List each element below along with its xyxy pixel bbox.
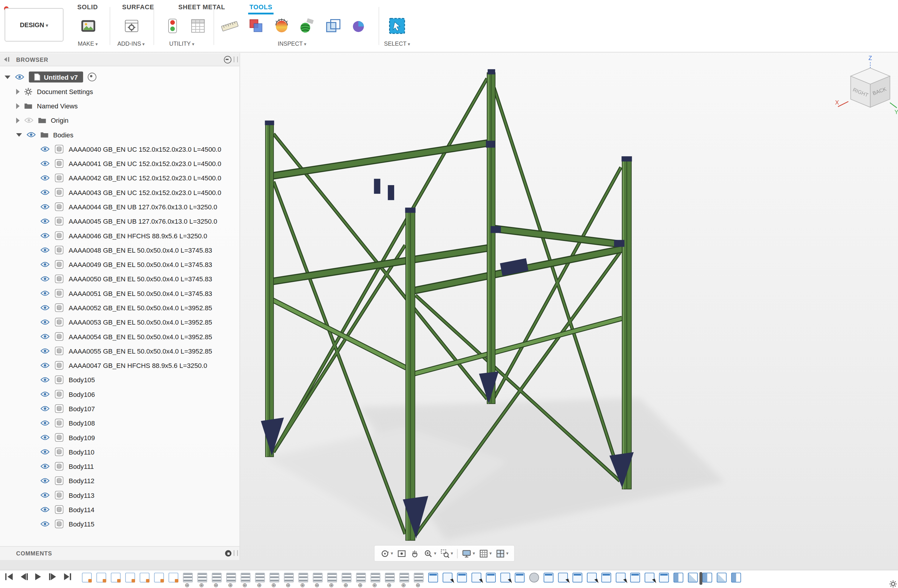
timeline-feature-icon[interactable] (457, 573, 467, 583)
browser-drag-grip[interactable] (234, 57, 238, 62)
body-row[interactable]: AAAA0043 GB_EN UC 152.0x152.0x23.0 L=450… (0, 185, 239, 200)
body-row[interactable]: AAAA0048 GB_EN EL 50.0x50.0x4.0 L=3745.8… (0, 243, 239, 257)
timeline-feature-icon[interactable] (616, 573, 626, 583)
body-row[interactable]: Body108 (0, 416, 239, 430)
timeline-feature-icon[interactable] (183, 573, 193, 583)
body-row[interactable]: AAAA0044 GB_EN UB 127.0x76.0x13.0 L=3250… (0, 200, 239, 214)
timeline-feature-icon[interactable] (443, 573, 452, 583)
section-analysis-button[interactable] (324, 16, 342, 36)
activate-component-radio[interactable] (88, 72, 96, 81)
body-row[interactable]: Body107 (0, 401, 239, 416)
timeline-feature-icon[interactable] (587, 573, 597, 583)
visibility-eye-icon[interactable] (40, 521, 49, 527)
tree-root-row[interactable]: Untitled v7 (0, 70, 239, 84)
measure-button[interactable] (221, 16, 239, 36)
visibility-eye-icon[interactable] (40, 463, 49, 470)
timeline-feature-icon[interactable] (255, 573, 265, 583)
timeline-feature-icon[interactable] (500, 573, 510, 583)
timeline-feature-icon[interactable] (529, 573, 539, 583)
tab-solid[interactable]: SOLID (76, 2, 99, 15)
timeline-feature-icon[interactable] (486, 573, 496, 583)
zebra-analysis-button[interactable] (297, 16, 316, 36)
timeline-feature-icon[interactable] (630, 573, 640, 583)
visibility-eye-icon[interactable] (40, 261, 49, 267)
make-group-label[interactable]: MAKE (68, 40, 107, 47)
timeline-feature-icon[interactable] (572, 573, 583, 583)
make-3d-print-button[interactable] (79, 16, 98, 36)
active-document-pill[interactable]: Untitled v7 (29, 71, 83, 83)
draft-analysis-button[interactable] (350, 16, 368, 36)
select-button[interactable] (388, 16, 406, 36)
visibility-eye-icon[interactable] (40, 348, 49, 354)
visibility-eye-icon[interactable] (40, 333, 49, 339)
expand-triangle-icon[interactable] (16, 103, 20, 109)
timeline-feature-icon[interactable] (399, 573, 409, 583)
timeline-feature-icon[interactable] (327, 573, 337, 583)
timeline-feature-icon[interactable] (544, 573, 554, 583)
visibility-eye-icon[interactable] (40, 232, 49, 239)
visibility-eye-icon[interactable] (40, 218, 49, 224)
visibility-eye-icon[interactable] (15, 74, 24, 80)
expand-triangle-icon[interactable] (16, 133, 22, 137)
visibility-eye-icon[interactable] (40, 175, 49, 181)
body-row[interactable]: AAAA0050 GB_EN EL 50.0x50.0x4.0 L=3745.8… (0, 272, 239, 286)
timeline-feature-icon[interactable] (428, 573, 438, 583)
body-row[interactable]: AAAA0049 GB_EN EL 50.0x50.0x4.0 L=3745.8… (0, 257, 239, 272)
select-group-label[interactable]: SELECT (377, 40, 417, 47)
timeline-feature-icon[interactable] (341, 573, 351, 583)
body-row[interactable]: Body113 (0, 488, 239, 502)
timeline-feature-icon[interactable] (674, 573, 683, 583)
visibility-eye-icon[interactable] (40, 160, 49, 167)
visibility-eye-icon[interactable] (40, 477, 49, 484)
workspace-selector[interactable]: DESIGN (5, 8, 63, 41)
body-row[interactable]: AAAA0041 GB_EN UC 152.0x152.0x23.0 L=450… (0, 156, 239, 170)
grid-settings-button[interactable]: ▾ (479, 549, 492, 558)
visibility-eye-off-icon[interactable] (24, 117, 34, 123)
timeline-feature-icon[interactable] (169, 573, 178, 583)
visibility-eye-icon[interactable] (40, 204, 49, 210)
tree-row-origin[interactable]: Origin (0, 113, 239, 127)
timeline-feature-icon[interactable] (472, 573, 481, 583)
visibility-eye-icon[interactable] (40, 405, 49, 412)
timeline-feature-icon[interactable] (702, 573, 712, 583)
body-row[interactable]: AAAA0052 GB_EN EL 50.0x50.0x4.0 L=3952.8… (0, 301, 239, 315)
body-row[interactable]: AAAA0054 GB_EN EL 50.0x50.0x4.0 L=3952.8… (0, 329, 239, 344)
body-row[interactable]: AAAA0046 GB_EN HFCHS 88.9x5.6 L=3250.0 (0, 229, 239, 243)
timeline-feature-icon[interactable] (226, 573, 236, 583)
visibility-eye-icon[interactable] (40, 189, 49, 195)
timeline-feature-icon[interactable] (644, 573, 655, 583)
view-cube[interactable]: Z RIGHT BACK X Y (830, 51, 898, 119)
visibility-eye-icon[interactable] (40, 507, 49, 513)
body-row[interactable]: AAAA0040 GB_EN UC 152.0x152.0x23.0 L=450… (0, 142, 239, 156)
body-row[interactable]: Body115 (0, 517, 239, 531)
body-row[interactable]: Body110 (0, 445, 239, 459)
visibility-eye-icon[interactable] (40, 362, 49, 368)
go-to-start-button[interactable] (5, 573, 14, 580)
timeline-feature-icon[interactable] (241, 573, 251, 583)
timeline-feature-icon[interactable] (82, 573, 92, 583)
step-forward-button[interactable] (48, 573, 57, 580)
curvature-comb-button[interactable] (272, 16, 291, 36)
timeline-feature-icon[interactable] (515, 573, 525, 583)
body-row[interactable]: AAAA0042 GB_EN UC 152.0x152.0x23.0 L=450… (0, 171, 239, 185)
tab-tools[interactable]: TOOLS (248, 2, 274, 15)
utility-table-button[interactable] (189, 16, 208, 36)
timeline-feature-icon[interactable] (154, 573, 164, 583)
visibility-eye-icon[interactable] (26, 131, 36, 138)
go-to-end-button[interactable] (63, 573, 72, 580)
visibility-eye-icon[interactable] (40, 146, 49, 152)
body-row[interactable]: AAAA0051 GB_EN EL 50.0x50.0x4.0 L=3745.8… (0, 286, 239, 301)
timeline-feature-icon[interactable] (284, 573, 294, 583)
body-row[interactable]: AAAA0055 GB_EN EL 50.0x50.0x4.0 L=3952.8… (0, 344, 239, 358)
body-row[interactable]: AAAA0045 GB_EN UB 127.0x76.0x13.0 L=3250… (0, 214, 239, 228)
tab-surface[interactable]: SURFACE (121, 2, 155, 15)
timeline-feature-icon[interactable] (111, 573, 121, 583)
expand-triangle-icon[interactable] (16, 117, 20, 123)
timeline-settings-gear-icon[interactable] (889, 580, 897, 588)
display-settings-button[interactable]: ▾ (462, 549, 475, 558)
body-row[interactable]: Body111 (0, 459, 239, 473)
viewports-button[interactable]: ▾ (496, 549, 509, 558)
expand-comments-icon[interactable] (225, 550, 231, 556)
timeline-feature-icon[interactable] (659, 573, 669, 583)
timeline-feature-icon[interactable] (414, 573, 424, 583)
